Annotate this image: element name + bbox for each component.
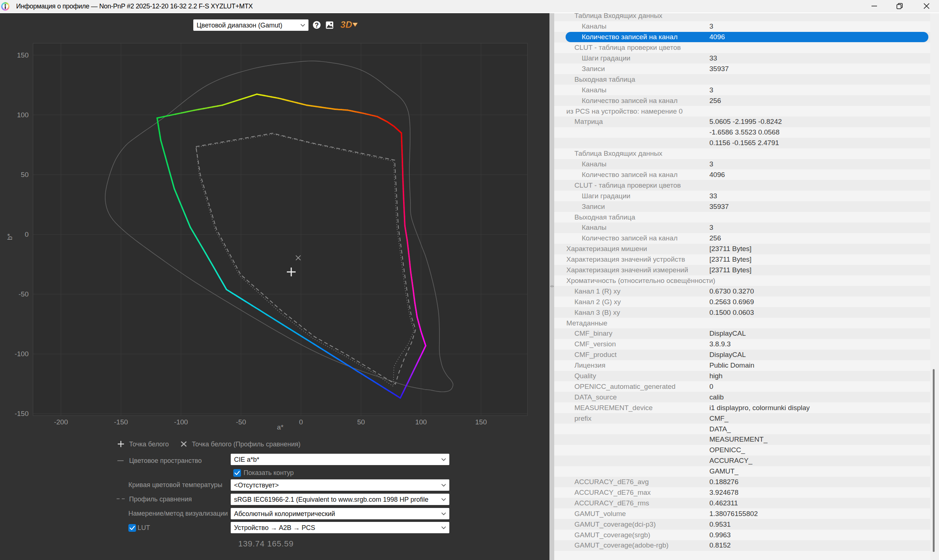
- svg-text:50: 50: [357, 418, 365, 426]
- svg-text:-150: -150: [15, 410, 29, 417]
- svg-text:-50: -50: [19, 290, 29, 298]
- svg-text:100: 100: [415, 418, 427, 426]
- svg-text:0: 0: [299, 418, 303, 426]
- svg-text:-100: -100: [174, 418, 188, 426]
- svg-text:150: 150: [475, 418, 487, 426]
- svg-text:-50: -50: [236, 418, 246, 426]
- svg-text:b*: b*: [6, 233, 14, 240]
- svg-text:3D: 3D: [341, 19, 352, 30]
- svg-text:a*: a*: [277, 423, 284, 431]
- svg-text:50: 50: [21, 171, 29, 178]
- svg-text:-150: -150: [114, 418, 128, 426]
- svg-text:-100: -100: [15, 350, 29, 358]
- svg-text:?: ?: [315, 22, 319, 29]
- svg-text:-200: -200: [54, 418, 68, 426]
- svg-text:100: 100: [17, 111, 29, 119]
- svg-text:0: 0: [25, 231, 29, 238]
- svg-text:150: 150: [17, 51, 29, 59]
